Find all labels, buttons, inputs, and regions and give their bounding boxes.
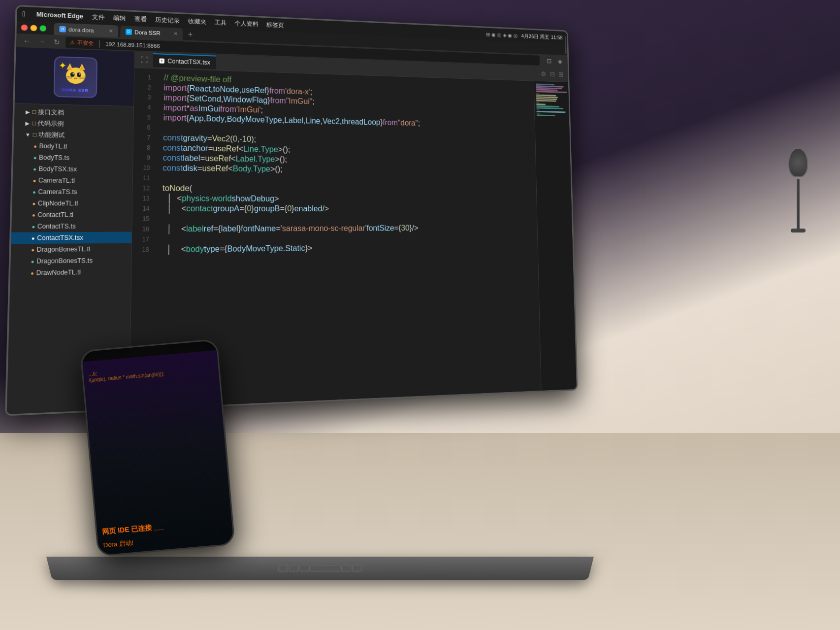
tree-item-bodytsx[interactable]: ● BodyTSX.tsx (13, 163, 132, 175)
expand-icon[interactable]: ⛶ (134, 53, 153, 66)
tree-label9: ClipNodeTL.tl (38, 199, 78, 207)
tree-label6: BodyTSX.tsx (38, 166, 77, 173)
tree-item-clipnodetl[interactable]: ● ClipNodeTL.tl (12, 198, 132, 209)
tab2-favicon: D (126, 29, 132, 35)
tree-label: 接口文档 (38, 107, 65, 117)
tree-label3: 功能测试 (38, 131, 65, 140)
phone-start-text: Dora 启动! (103, 539, 133, 549)
tree-label4: BodyTL.tl (39, 142, 67, 150)
file-blue-icon3: ● (32, 189, 36, 195)
tree-item-camerats[interactable]: ● CameraTS.ts (12, 186, 132, 198)
file-blue-icon5: ● (31, 258, 34, 264)
back-btn[interactable]: ← (21, 35, 33, 46)
tree-label12: ContactTSX.tsx (37, 234, 83, 241)
minimap (534, 81, 577, 391)
file-orange-icon2: ● (33, 177, 36, 183)
split-icon[interactable]: ⊟ (550, 70, 555, 78)
microphone (786, 148, 810, 246)
folder-api-icon: □ (32, 108, 36, 116)
system-icons: ⊞ ◉ ◎ ◈ ◉ ◎ (486, 32, 518, 39)
help-btn[interactable]: ◈ (556, 57, 564, 66)
settings-icon[interactable]: ⚙ (541, 70, 547, 77)
tree-item-dragonbonests[interactable]: ● DragonBonesTS.ts (10, 255, 131, 267)
close-window-btn[interactable] (21, 24, 28, 31)
app-name[interactable]: Microsoft Edge (36, 11, 84, 20)
tree-item-bodytl[interactable]: ● BodyTL.tl (13, 140, 133, 153)
file-type-icon: T (159, 59, 164, 64)
minimize-window-btn[interactable] (31, 25, 37, 31)
key (289, 565, 299, 571)
new-tab-btn[interactable]: + (188, 30, 193, 38)
phone-code-partial: ...ti; i(angle), radius * math.sin(angle… (88, 361, 214, 383)
window-btn[interactable]: ⊡ (545, 56, 553, 66)
phone-status-text: 网页 IDE 已连接 (102, 524, 152, 537)
file-blue-icon2: ● (33, 166, 36, 172)
tab2-close-icon[interactable]: ✕ (173, 31, 177, 36)
menu-profile[interactable]: 个人资料 (234, 19, 258, 29)
tree-label10: ContactTL.tl (37, 211, 73, 219)
tree-label14: DragonBonesTS.ts (36, 257, 93, 265)
keyboard-keys-row (46, 557, 594, 580)
tree-item-drawnodetl[interactable]: ● DrawNodeTL.tl (10, 266, 131, 279)
lock-icon: ⚠ (70, 39, 75, 45)
file-orange-icon6: ● (31, 270, 34, 276)
file-orange-icon5: ● (31, 247, 34, 253)
tree-item-contacttsx[interactable]: ● ContactTSX.tsx (11, 232, 131, 244)
tree-item-contactts[interactable]: ● ContactTS.ts (11, 221, 132, 232)
folder-closed-icon2: ▶ (25, 120, 30, 126)
tab1-label: dora dora (68, 26, 94, 33)
maximize-window-btn[interactable] (40, 25, 47, 32)
phone-screen: ...ti; i(angle), radius * math.sin(angle… (82, 350, 234, 557)
tree-item-cameratl[interactable]: ● CameraTL.tl (13, 174, 133, 187)
forward-btn[interactable]: → (36, 36, 48, 47)
file-orange-icon3: ● (32, 200, 35, 206)
sidebar-logo: DORA SSR ✦ (15, 47, 134, 107)
mic-base (791, 229, 806, 232)
menu-file[interactable]: 文件 (92, 13, 104, 22)
apple-logo-icon:  (22, 10, 25, 18)
mic-head (788, 148, 808, 177)
menu-tools[interactable]: 工具 (214, 18, 226, 27)
editor-toolbar-right: ⚙ ⊟ ⊞ (541, 70, 568, 78)
minimap-scrollbar (565, 81, 576, 389)
phone-dots: ...... (154, 525, 164, 532)
datetime: 4月26日 周五 11:58 (521, 33, 562, 41)
menu-tabs[interactable]: 标签页 (266, 21, 284, 30)
file-blue-icon4: ● (32, 224, 35, 230)
file-tree: ▶ □ 接口文档 ▶ □ 代码示例 ▼ □ 功能测试 (10, 104, 134, 281)
tree-item-bodyts[interactable]: ● BodyTS.ts (13, 151, 133, 164)
key (341, 565, 351, 571)
tab2-label: Dora SSR (134, 29, 161, 36)
editor-tab-label: ContactTSX.tsx (167, 58, 210, 66)
menu-right-area: ⊞ ◉ ◎ ◈ ◉ ◎ 4月26日 周五 11:58 (486, 31, 563, 41)
code-line-15 (162, 214, 537, 224)
menu-view[interactable]: 查看 (134, 15, 147, 24)
tree-label15: DrawNodeTL.tl (36, 268, 80, 276)
editor-tab-contacttsx[interactable]: T ContactTSX.tsx (153, 53, 217, 69)
refresh-btn[interactable]: ↻ (51, 36, 63, 47)
menu-history[interactable]: 历史记录 (155, 15, 180, 25)
tree-label11: ContactTS.ts (37, 223, 76, 230)
folder-open-icon: ▼ (25, 132, 31, 137)
logo-text: DORA SSR (62, 88, 89, 93)
phone-status-bar: 网页 IDE 已连接 ...... Dora 启动! (102, 517, 228, 550)
folder-features-icon: □ (32, 131, 37, 138)
logo-star-icon: ✦ (59, 60, 67, 71)
code-line-13: │ < physics-world showDebug > (162, 194, 537, 204)
tab1-close-icon[interactable]: ✕ (109, 28, 113, 33)
file-selected-icon: ● (32, 235, 35, 241)
key (278, 565, 288, 571)
window-controls (21, 24, 47, 31)
key (300, 565, 310, 571)
file-orange-icon4: ● (32, 212, 35, 218)
tree-label2: 代码示例 (37, 119, 64, 128)
tree-item-dragonbonestl[interactable]: ● DragonBonesTL.tl (11, 243, 131, 256)
tree-item-contacttl[interactable]: ● ContactTL.tl (12, 209, 132, 221)
menu-favorites[interactable]: 收藏夹 (188, 17, 206, 26)
more-icon[interactable]: ⊞ (558, 71, 564, 78)
fullscreen-icon: ⛶ (140, 56, 148, 64)
key (352, 565, 362, 571)
code-line-18: │ < body type ={ BodyMoveType . Static }… (162, 242, 538, 255)
file-blue-icon1: ● (33, 155, 37, 161)
menu-edit[interactable]: 编辑 (113, 14, 126, 23)
